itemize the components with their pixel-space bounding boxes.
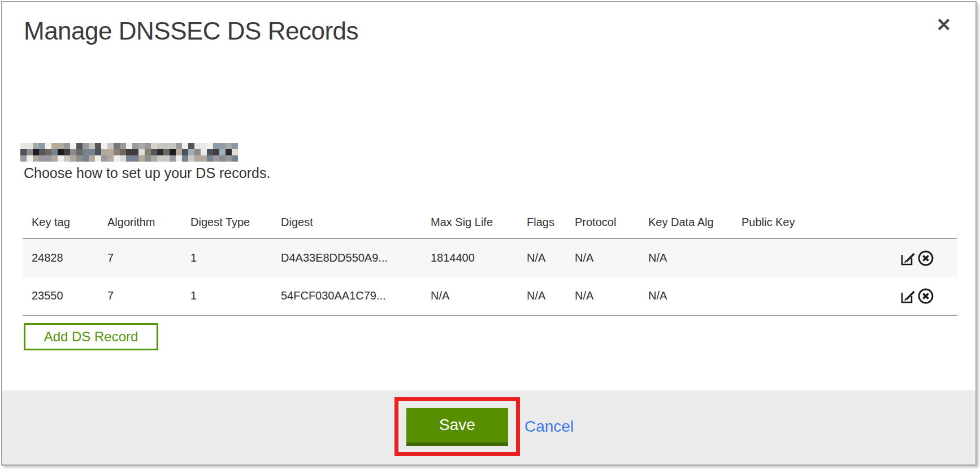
cell-key-data-alg: N/A [639, 238, 732, 277]
cell-digest: 54FCF030AA1C79... [272, 277, 422, 315]
cell-public-key [732, 238, 823, 277]
column-header-public-key: Public Key [732, 191, 823, 238]
delete-record-button[interactable] [917, 287, 935, 305]
edit-record-button[interactable] [900, 288, 917, 305]
column-header-key-data-alg: Key Data Alg [639, 191, 732, 238]
edit-icon [900, 298, 917, 306]
row-actions [823, 277, 957, 315]
cell-key-tag: 24828 [23, 238, 98, 277]
column-header-actions [823, 191, 957, 238]
close-button[interactable]: ✕ [933, 14, 955, 36]
column-header-digest: Digest [272, 191, 422, 238]
save-annotation-box: Save [394, 397, 520, 456]
modal-footer: Save Cancel [2, 390, 975, 464]
cell-key-tag: 23550 [23, 277, 98, 315]
save-button[interactable]: Save [406, 408, 508, 446]
cell-digest-type: 1 [181, 238, 272, 277]
delete-record-button[interactable] [917, 249, 935, 267]
cell-algorithm: 7 [98, 238, 181, 277]
cell-protocol: N/A [566, 238, 639, 277]
delete-icon [917, 298, 935, 307]
cancel-link[interactable]: Cancel [524, 418, 574, 436]
edit-record-button[interactable] [900, 250, 917, 267]
cell-protocol: N/A [566, 277, 639, 315]
column-header-digest-type: Digest Type [181, 191, 272, 238]
dnssec-modal: Manage DNSSEC DS Records ✕ Choose how to… [1, 1, 977, 466]
close-icon: ✕ [936, 15, 952, 35]
column-header-flags: Flags [518, 191, 566, 238]
cell-flags: N/A [518, 238, 566, 277]
delete-icon [917, 260, 935, 269]
redacted-domain-name [20, 143, 238, 162]
add-ds-record-button[interactable]: Add DS Record [24, 323, 158, 350]
instruction-text: Choose how to set up your DS records. [24, 165, 270, 181]
cell-max-sig-life: N/A [422, 277, 518, 315]
table-header-row: Key tag Algorithm Digest Type Digest Max… [23, 191, 957, 238]
cell-public-key [732, 277, 823, 315]
cell-algorithm: 7 [98, 277, 181, 315]
cell-key-data-alg: N/A [639, 277, 732, 315]
column-header-algorithm: Algorithm [98, 191, 181, 238]
cell-max-sig-life: 1814400 [422, 238, 518, 277]
row-actions [823, 238, 957, 277]
table-row: 23550 7 1 54FCF030AA1C79... N/A N/A N/A … [23, 277, 957, 315]
cell-digest-type: 1 [181, 277, 272, 315]
column-header-key-tag: Key tag [23, 191, 98, 238]
column-header-protocol: Protocol [566, 191, 639, 238]
column-header-max-sig-life: Max Sig Life [422, 191, 518, 238]
ds-records-table: Key tag Algorithm Digest Type Digest Max… [23, 191, 957, 316]
cell-flags: N/A [518, 277, 566, 315]
cell-digest: D4A33E8DD550A9... [272, 238, 422, 277]
page-title: Manage DNSSEC DS Records [24, 17, 358, 45]
table-row: 24828 7 1 D4A33E8DD550A9... 1814400 N/A … [23, 238, 957, 277]
edit-icon [900, 260, 917, 268]
